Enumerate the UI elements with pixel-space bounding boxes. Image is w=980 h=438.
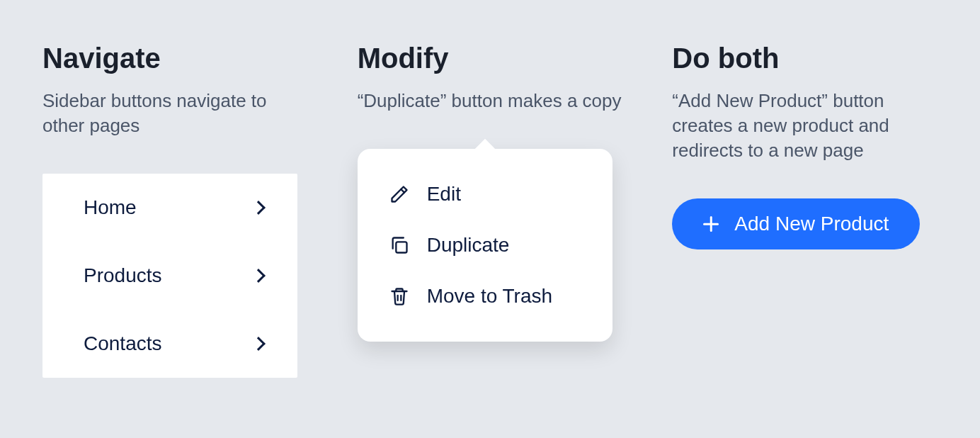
sidebar-item-label: Products xyxy=(84,264,162,287)
menu-item-label: Duplicate xyxy=(427,234,510,257)
cta-label: Add New Product xyxy=(734,213,889,235)
trash-icon xyxy=(389,286,410,307)
chevron-right-icon xyxy=(251,269,266,283)
sidebar-item-label: Home xyxy=(84,196,137,219)
menu-item-duplicate[interactable]: Duplicate xyxy=(379,220,591,271)
svg-rect-0 xyxy=(396,242,406,252)
both-content: Add New Product xyxy=(672,198,938,249)
sidebar-item-label: Contacts xyxy=(84,332,162,355)
menu-item-trash[interactable]: Move to Trash xyxy=(379,271,591,322)
sidebar-item-contacts[interactable]: Contacts xyxy=(42,310,297,378)
navigate-content: Home Products Contacts xyxy=(42,174,308,378)
navigate-column: Navigate Sidebar buttons navigate to oth… xyxy=(42,43,308,378)
navigate-description: Sidebar buttons navigate to other pages xyxy=(42,89,308,138)
menu-item-label: Edit xyxy=(427,183,461,206)
pencil-icon xyxy=(389,184,410,205)
sidebar-item-products[interactable]: Products xyxy=(42,242,297,310)
navigate-heading: Navigate xyxy=(42,43,308,74)
sidebar: Home Products Contacts xyxy=(42,174,297,378)
both-column: Do both “Add New Product” button creates… xyxy=(672,43,938,378)
add-new-product-button[interactable]: Add New Product xyxy=(672,198,920,249)
menu-item-label: Move to Trash xyxy=(427,285,552,308)
plus-icon xyxy=(703,216,719,232)
chevron-right-icon xyxy=(251,337,266,351)
columns-container: Navigate Sidebar buttons navigate to oth… xyxy=(42,43,938,378)
modify-column: Modify “Duplicate” button makes a copy E… xyxy=(358,43,623,378)
both-heading: Do both xyxy=(672,43,938,74)
chevron-right-icon xyxy=(251,201,266,215)
modify-heading: Modify xyxy=(358,43,623,74)
context-menu: Edit Duplicate Move to Trash xyxy=(358,149,612,342)
copy-icon xyxy=(389,235,410,256)
modify-description: “Duplicate” button makes a copy xyxy=(358,89,623,113)
both-description: “Add New Product” button creates a new p… xyxy=(672,89,938,163)
menu-item-edit[interactable]: Edit xyxy=(379,169,591,220)
modify-content: Edit Duplicate Move to Trash xyxy=(358,149,623,342)
sidebar-item-home[interactable]: Home xyxy=(42,174,297,242)
